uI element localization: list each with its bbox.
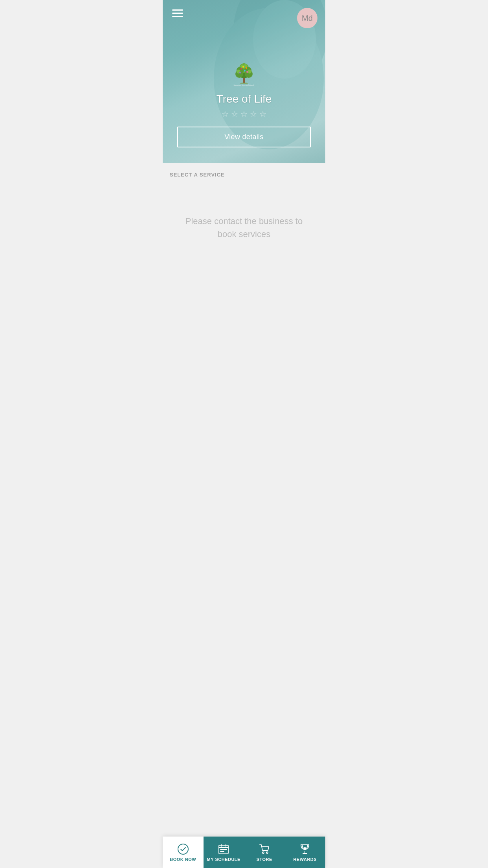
star-1: ☆ bbox=[222, 109, 229, 119]
view-details-button[interactable]: View details bbox=[177, 127, 311, 147]
svg-rect-3 bbox=[243, 77, 245, 83]
hamburger-line-3 bbox=[172, 16, 183, 17]
svg-point-15 bbox=[240, 68, 242, 70]
avatar[interactable]: Md bbox=[297, 8, 317, 28]
logo-container: Supporting Genetics Naturally bbox=[231, 61, 257, 88]
svg-text:Supporting Genetics Naturally: Supporting Genetics Naturally bbox=[233, 84, 254, 86]
hamburger-button[interactable] bbox=[171, 8, 185, 18]
star-2: ☆ bbox=[231, 109, 238, 119]
service-section-header: SELECT A SERVICE bbox=[163, 163, 325, 183]
empty-text: Please contact the business to book serv… bbox=[178, 215, 310, 241]
hero-section: Md bbox=[163, 0, 325, 163]
svg-point-20 bbox=[244, 70, 246, 72]
hamburger-line-1 bbox=[172, 9, 183, 11]
svg-point-12 bbox=[244, 64, 248, 68]
hamburger-line-2 bbox=[172, 13, 183, 14]
svg-point-16 bbox=[246, 67, 247, 69]
svg-point-14 bbox=[248, 70, 251, 74]
main-content: SELECT A SERVICE Please contact the busi… bbox=[163, 163, 325, 458]
star-rating: ☆ ☆ ☆ ☆ ☆ bbox=[222, 109, 266, 119]
star-3: ☆ bbox=[240, 109, 248, 119]
header-bar: Md bbox=[163, 0, 325, 28]
section-title: SELECT A SERVICE bbox=[170, 172, 225, 178]
empty-service-message: Please contact the business to book serv… bbox=[163, 183, 325, 272]
business-title: Tree of Life bbox=[216, 93, 272, 105]
star-4: ☆ bbox=[250, 109, 257, 119]
svg-point-18 bbox=[246, 71, 248, 73]
hero-content: Supporting Genetics Naturally Tree of Li… bbox=[163, 61, 325, 147]
star-5: ☆ bbox=[259, 109, 266, 119]
logo-tree-icon: Supporting Genetics Naturally bbox=[231, 61, 257, 86]
svg-point-19 bbox=[239, 72, 241, 74]
svg-point-17 bbox=[242, 66, 244, 68]
